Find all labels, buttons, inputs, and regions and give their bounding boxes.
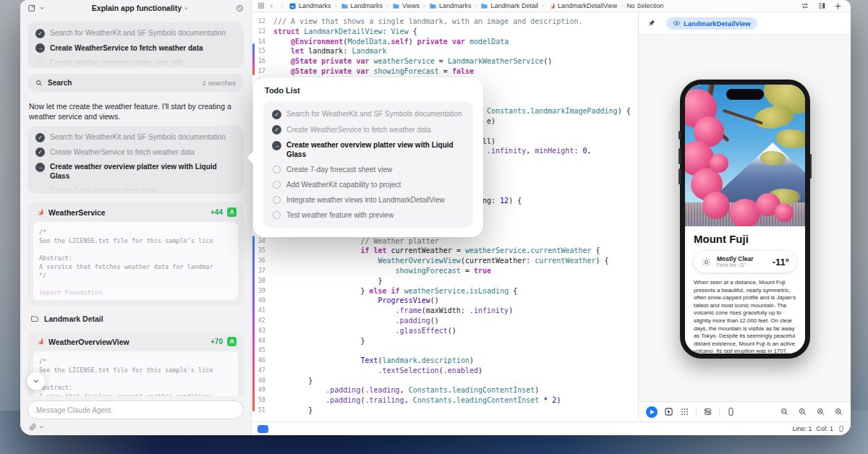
todo-list-popover: Todo List ✓Search for WeatherKit and SF … bbox=[253, 77, 483, 237]
code-line[interactable]: 51 } bbox=[252, 406, 638, 416]
todo-label: Create WeatherService to fetch weather d… bbox=[50, 147, 195, 157]
diff-added-count: +44 bbox=[210, 208, 223, 216]
chevron-down-icon[interactable] bbox=[39, 5, 45, 11]
code-line[interactable]: 50 .padding(.trailing, Constants.leading… bbox=[252, 395, 638, 406]
code-line[interactable]: 15 let landmark: Landmark bbox=[252, 46, 638, 56]
todo-card-collapsed[interactable]: ✓Search for WeatherKit and SF Symbols do… bbox=[27, 22, 244, 68]
code-line[interactable]: 14 @Environment(ModelData.self) private … bbox=[252, 37, 638, 47]
search-summary-row[interactable]: Search 2 searches bbox=[27, 74, 244, 92]
related-items-grid-icon[interactable] bbox=[258, 2, 265, 9]
zoom-fit-icon[interactable] bbox=[816, 407, 825, 416]
breadcrumb-item[interactable]: Landmark Detail bbox=[480, 2, 538, 10]
code-line[interactable]: 12/// A view that shows a single landmar… bbox=[252, 17, 638, 27]
chevron-down-icon[interactable] bbox=[39, 424, 44, 429]
history-clock-icon[interactable] bbox=[236, 4, 244, 12]
file-change-card-weatheroverviewview[interactable]: WeatherOverviewView +70 A /*See the LICE… bbox=[27, 331, 244, 396]
todo-item[interactable]: Add WeatherKit capability to project bbox=[272, 180, 464, 189]
swift-icon bbox=[548, 2, 556, 10]
code-line[interactable]: 45 bbox=[252, 346, 638, 356]
todo-item[interactable]: Integrate weather views into LandmarkDet… bbox=[272, 195, 464, 205]
device-settings-icon[interactable] bbox=[703, 407, 712, 416]
breadcrumb-item[interactable]: LandmarkDetailView bbox=[548, 2, 617, 10]
live-preview-play-button[interactable] bbox=[646, 406, 658, 418]
breadcrumb-separator-icon: › bbox=[335, 2, 337, 9]
breadcrumb-label: Landmarks bbox=[351, 2, 383, 9]
conversation-title[interactable]: Explain app functionality bbox=[48, 4, 233, 12]
message-input[interactable] bbox=[27, 401, 244, 419]
forward-button[interactable] bbox=[278, 3, 285, 9]
code-line[interactable]: 17 @State private var showingForecast = … bbox=[252, 67, 638, 77]
preview-variants-icon[interactable] bbox=[680, 407, 689, 416]
code-line bbox=[39, 280, 232, 288]
file-code-preview: /*See the LICENSE.txt file for this samp… bbox=[33, 351, 239, 396]
breadcrumb-item[interactable]: Views bbox=[392, 2, 420, 10]
zoom-100-icon[interactable] bbox=[798, 407, 807, 416]
code-line[interactable]: 36 WeatherOverviewView(currentWeather: c… bbox=[252, 256, 638, 266]
landmark-photo-mount-fuji bbox=[685, 85, 805, 226]
code-line[interactable]: 38 } bbox=[252, 276, 638, 286]
todo-item[interactable]: Test weather feature with preview bbox=[272, 210, 464, 220]
breadcrumb-label: Landmarks bbox=[299, 2, 331, 9]
preview-target-chip[interactable]: LandmarkDetailView bbox=[666, 17, 757, 30]
code-line[interactable]: 47 .textSelection(.enabled) bbox=[252, 366, 638, 376]
code-line[interactable]: 39 } else if weatherService.isLoading { bbox=[252, 286, 638, 296]
breadcrumb-item[interactable]: Landmarks bbox=[289, 2, 331, 10]
code-line[interactable]: 44 } bbox=[252, 336, 638, 346]
iphone-preview[interactable]: Mount Fuji Mostly Clear Feels like -11° bbox=[680, 80, 810, 359]
breadcrumb-item[interactable]: Landmarks bbox=[429, 2, 472, 10]
landmark-description-paragraph: When seen at a distance, Mount Fuji pres… bbox=[694, 279, 796, 354]
code-line[interactable]: 37 showingForecast = true bbox=[252, 266, 638, 276]
ai-edit-gradient-marker bbox=[252, 43, 255, 75]
device-chooser-icon[interactable] bbox=[726, 407, 736, 416]
code-line[interactable]: 35 if let currentWeather = weatherServic… bbox=[252, 246, 638, 256]
file-card-header: WeatherService +44 A bbox=[33, 206, 239, 221]
zoom-in-icon[interactable] bbox=[834, 407, 843, 416]
code-text: // Weather platter bbox=[273, 236, 439, 247]
code-line[interactable]: 43 .glassEffect() bbox=[252, 326, 638, 336]
selectable-mode-icon[interactable] bbox=[664, 407, 673, 416]
weather-platter[interactable]: Mostly Clear Feels like -11° -11° bbox=[694, 251, 796, 273]
file-change-card-weatherservice[interactable]: WeatherService +44 A /*See the LICENSE.t… bbox=[27, 202, 244, 306]
code-line[interactable]: 34 // Weather platter bbox=[252, 236, 638, 247]
pin-icon[interactable] bbox=[647, 19, 656, 27]
todo-item[interactable]: ✓Create WeatherService to fetch weather … bbox=[272, 125, 464, 135]
scroll-to-bottom-button[interactable] bbox=[27, 372, 46, 390]
code-line[interactable]: 40 ProgressView() bbox=[252, 296, 638, 306]
folder-row-landmark-detail[interactable]: Landmark Detail bbox=[30, 314, 241, 323]
code-line[interactable]: 46 Text(landmark.description) bbox=[252, 356, 638, 366]
todo-item: Create 7-day forecast sheet view bbox=[35, 186, 236, 194]
check-circle-icon: ✓ bbox=[35, 29, 45, 38]
zoom-out-icon[interactable] bbox=[780, 407, 789, 416]
agent-chat-scroll[interactable]: ✓Search for WeatherKit and SF Symbols do… bbox=[20, 16, 251, 396]
compose-icon[interactable] bbox=[27, 4, 36, 12]
popover-title: Todo List bbox=[265, 86, 472, 95]
breadcrumb-label: No Selection bbox=[626, 2, 663, 9]
todo-item[interactable]: Create 7-day forecast sheet view bbox=[272, 165, 464, 174]
minimap-icon[interactable] bbox=[817, 1, 826, 10]
code-line[interactable]: 16 @State private var weatherService = L… bbox=[252, 56, 638, 67]
check-circle-icon: ✓ bbox=[272, 125, 281, 134]
code-line: /* bbox=[39, 357, 232, 366]
todo-item[interactable]: ✓Search for WeatherKit and SF Symbols do… bbox=[272, 109, 464, 119]
code-line[interactable]: 42 .padding() bbox=[252, 316, 638, 326]
code-text: Text(landmark.description) bbox=[273, 356, 474, 366]
canvas-toolbar bbox=[639, 401, 851, 421]
code-line[interactable]: 48 } bbox=[252, 376, 638, 386]
breadcrumb-item[interactable]: Landmarks bbox=[341, 2, 383, 10]
swap-file-icon[interactable] bbox=[801, 1, 809, 10]
swift-icon bbox=[35, 207, 44, 217]
todo-card[interactable]: ✓Search for WeatherKit and SF Symbols do… bbox=[27, 126, 244, 194]
swift-icon bbox=[35, 337, 44, 346]
paperclip-icon[interactable] bbox=[29, 423, 37, 431]
add-editor-icon[interactable] bbox=[834, 2, 842, 10]
code-text: .padding(.leading, Constants.leadingCont… bbox=[273, 385, 539, 395]
assistant-message: Now let me create the weather feature. I… bbox=[29, 101, 242, 121]
progress-indicator bbox=[258, 425, 268, 433]
breadcrumb-item[interactable]: No Selection bbox=[626, 2, 663, 9]
code-line[interactable]: 13struct LandmarkDetailView: View { bbox=[252, 27, 638, 37]
code-line[interactable]: 41 .frame(maxWidth: .infinity) bbox=[252, 306, 638, 316]
back-button[interactable] bbox=[268, 3, 275, 9]
device-icon[interactable] bbox=[838, 424, 845, 433]
todo-item[interactable]: →Create weather overview platter view wi… bbox=[272, 140, 464, 159]
code-line[interactable]: 49 .padding(.leading, Constants.leadingC… bbox=[252, 385, 638, 395]
